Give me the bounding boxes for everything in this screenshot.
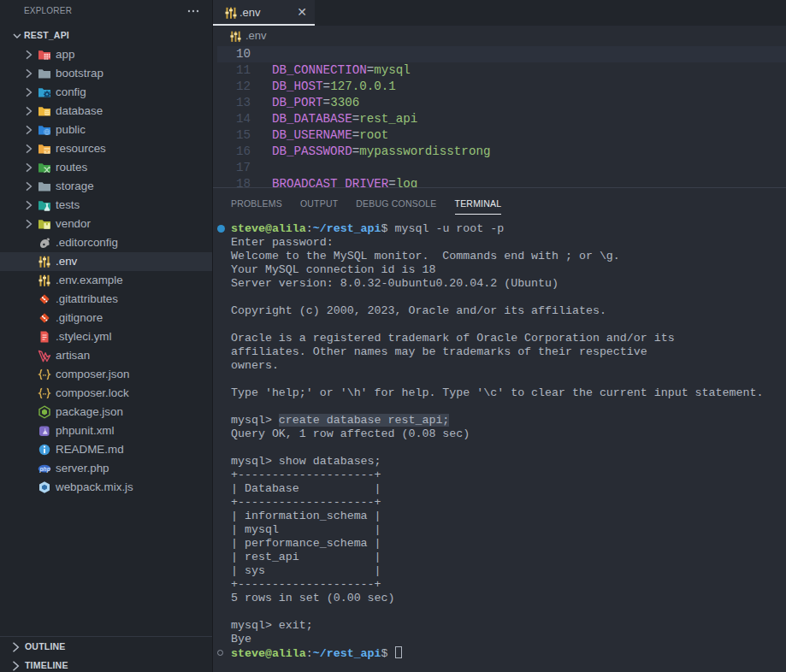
svg-text:php: php <box>39 466 50 473</box>
